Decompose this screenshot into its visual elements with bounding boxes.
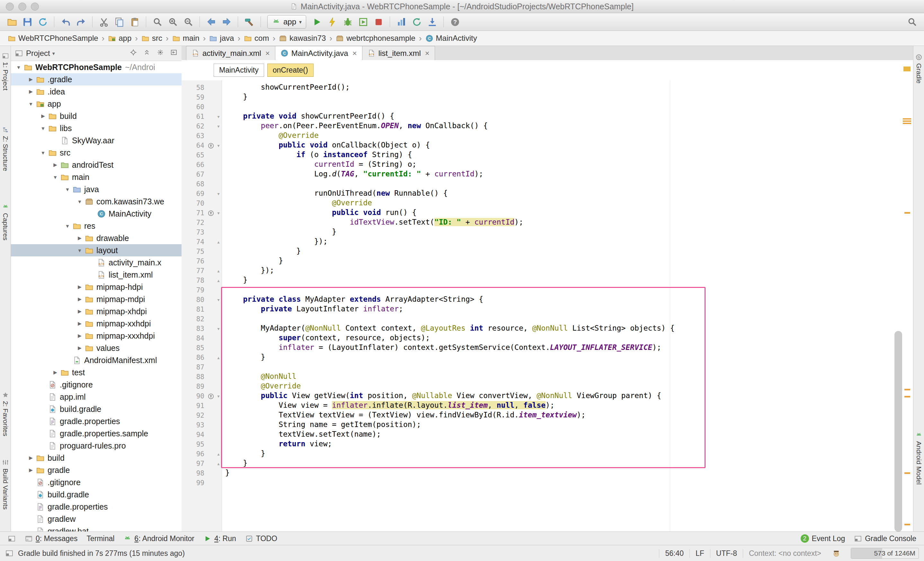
override-marker[interactable]: [206, 392, 215, 401]
debug-button[interactable]: [340, 15, 355, 29]
chevron-collapsed-icon[interactable]: ▶: [26, 88, 36, 94]
tool-button-terminal[interactable]: Terminal: [82, 532, 119, 545]
fold-marker[interactable]: ▾: [215, 143, 222, 148]
tree-item-libs[interactable]: ▼libs: [11, 122, 182, 134]
tree-item-gradle[interactable]: ▶gradle: [11, 464, 182, 476]
tree-item-app-iml[interactable]: app.iml: [11, 391, 182, 403]
breadcrumb-item-app[interactable]: app: [106, 33, 133, 44]
close-window-button[interactable]: [6, 3, 14, 10]
tree-item-build[interactable]: ▶build: [11, 110, 182, 122]
undo-button[interactable]: [58, 15, 73, 29]
error-stripe-mark[interactable]: [904, 396, 910, 398]
chevron-collapsed-icon[interactable]: ▶: [75, 235, 85, 241]
chevron-collapsed-icon[interactable]: ▶: [50, 369, 60, 375]
tool-button-gradle-console[interactable]: Gradle Console: [849, 532, 921, 545]
chevron-collapsed-icon[interactable]: ▶: [50, 162, 60, 168]
tree-item-gradlew-bat[interactable]: gradlew.bat: [11, 525, 182, 531]
tree-item-build[interactable]: ▶build: [11, 452, 182, 464]
tab-activity-main-xml[interactable]: </>activity_main.xml×: [186, 46, 275, 60]
fold-marker[interactable]: ▴: [215, 461, 222, 466]
code-line[interactable]: }: [222, 276, 893, 285]
tree-item-gradle-properties[interactable]: gradle.properties: [11, 501, 182, 513]
tree-item-gradle-properties-sample[interactable]: gradle.properties.sample: [11, 428, 182, 440]
chevron-expanded-icon[interactable]: ▼: [62, 187, 73, 192]
tree-item-mipmap-xxhdpi[interactable]: ▶mipmap-xxhdpi: [11, 318, 182, 330]
tree-item-values[interactable]: ▶values: [11, 342, 182, 354]
code-line[interactable]: }: [222, 228, 893, 237]
tool-stripe-button-android-model[interactable]: Android Model: [914, 432, 924, 484]
synchronize-button[interactable]: [35, 15, 50, 29]
breadcrumb-item-main[interactable]: main: [171, 33, 201, 44]
code-line[interactable]: [222, 179, 893, 189]
run-configuration-selector[interactable]: app▾: [267, 15, 306, 28]
tree-item-skyway-aar[interactable]: SkyWay.aar: [11, 134, 182, 147]
fold-marker[interactable]: ▾: [215, 124, 222, 129]
redo-button[interactable]: [74, 15, 88, 29]
fold-marker[interactable]: ▴: [215, 278, 222, 283]
code-line[interactable]: [222, 102, 893, 112]
tab-close-icon[interactable]: ×: [425, 49, 429, 58]
code-line[interactable]: peer.on(Peer.PeerEventEnum.OPEN, new OnC…: [222, 122, 893, 131]
sdk-manager-button[interactable]: [425, 15, 440, 29]
memory-indicator[interactable]: 573 of 1246M: [851, 548, 919, 559]
override-marker[interactable]: [206, 141, 215, 150]
fold-marker[interactable]: ▾: [215, 394, 222, 399]
chevron-collapsed-icon[interactable]: ▶: [75, 284, 85, 290]
code-line[interactable]: }: [222, 247, 893, 256]
vertical-scrollbar[interactable]: [894, 331, 902, 532]
back-button[interactable]: [204, 15, 219, 29]
code-line[interactable]: }: [222, 468, 893, 478]
chevron-collapsed-icon[interactable]: ▶: [75, 333, 85, 339]
chevron-expanded-icon[interactable]: ▼: [75, 199, 85, 204]
locate-button[interactable]: [129, 48, 137, 58]
tree-item-drawable[interactable]: ▶drawable: [11, 232, 182, 244]
tree-item-gradlew[interactable]: gradlew: [11, 513, 182, 525]
error-stripe-mark[interactable]: [904, 212, 910, 214]
cut-button[interactable]: [96, 15, 111, 29]
tree-item-activity-main-x[interactable]: </>activity_main.x: [11, 256, 182, 268]
error-stripe-inspections-icon[interactable]: [903, 118, 911, 124]
fold-marker[interactable]: ▴: [215, 239, 222, 244]
tool-button-0-messages[interactable]: 0: Messages: [20, 532, 82, 545]
code-line[interactable]: showCurrentPeerId();: [222, 83, 893, 93]
chevron-expanded-icon[interactable]: ▼: [14, 64, 24, 70]
breadcrumb-item-kawasin73[interactable]: kawasin73: [278, 33, 327, 44]
tree-item-mipmap-mdpi[interactable]: ▶mipmap-mdpi: [11, 293, 182, 305]
tree-item-mainactivity[interactable]: CMainActivity: [11, 208, 182, 220]
chevron-collapsed-icon[interactable]: ▶: [75, 345, 85, 351]
search-everywhere-button[interactable]: [905, 15, 920, 29]
error-stripe-mark[interactable]: [904, 524, 910, 525]
project-panel-title[interactable]: Project: [26, 49, 50, 58]
breadcrumb-item-java[interactable]: java: [208, 33, 235, 44]
toolwindow-toggle-icon[interactable]: [5, 549, 14, 558]
tree-item-androidtest[interactable]: ▶androidTest: [11, 159, 182, 171]
breadcrumb-item-mainactivity[interactable]: CMainActivity: [424, 33, 478, 44]
tree-item-main[interactable]: ▼main: [11, 171, 182, 183]
find-button[interactable]: [150, 15, 165, 29]
inspections-profile-icon[interactable]: [832, 549, 840, 558]
code-line[interactable]: if (o instanceof String) {: [222, 150, 893, 160]
tool-stripe-button-1-project[interactable]: 1: Project: [0, 52, 10, 91]
caret-position-widget[interactable]: 56:40: [659, 549, 690, 558]
chevron-expanded-icon[interactable]: ▼: [75, 248, 85, 253]
chevron-expanded-icon[interactable]: ▼: [26, 101, 36, 106]
run-button[interactable]: [309, 15, 324, 29]
fold-marker[interactable]: ▴: [215, 268, 222, 273]
tree-item-res[interactable]: ▼res: [11, 220, 182, 232]
paste-button[interactable]: [127, 15, 142, 29]
zoom-in-button[interactable]: [165, 15, 180, 29]
chevron-collapsed-icon[interactable]: ▶: [75, 296, 85, 302]
zoom-window-button[interactable]: [31, 3, 39, 10]
tree-item-layout[interactable]: ▼layout: [11, 244, 182, 256]
code-line[interactable]: }: [222, 256, 893, 266]
chevron-expanded-icon[interactable]: ▼: [38, 126, 48, 131]
chevron-collapsed-icon[interactable]: ▶: [26, 455, 36, 461]
chevron-collapsed-icon[interactable]: ▶: [75, 321, 85, 327]
chevron-expanded-icon[interactable]: ▼: [50, 174, 60, 180]
stop-button[interactable]: [371, 15, 386, 29]
fold-marker[interactable]: ▴: [215, 355, 222, 360]
tree-item-list-item-xml[interactable]: </>list_item.xml: [11, 268, 182, 281]
tool-stripe-button-captures[interactable]: Captures: [0, 203, 10, 240]
code-line[interactable]: runOnUiThread(new Runnable() {: [222, 189, 893, 199]
tree-item-idea[interactable]: ▶.idea: [11, 86, 182, 98]
